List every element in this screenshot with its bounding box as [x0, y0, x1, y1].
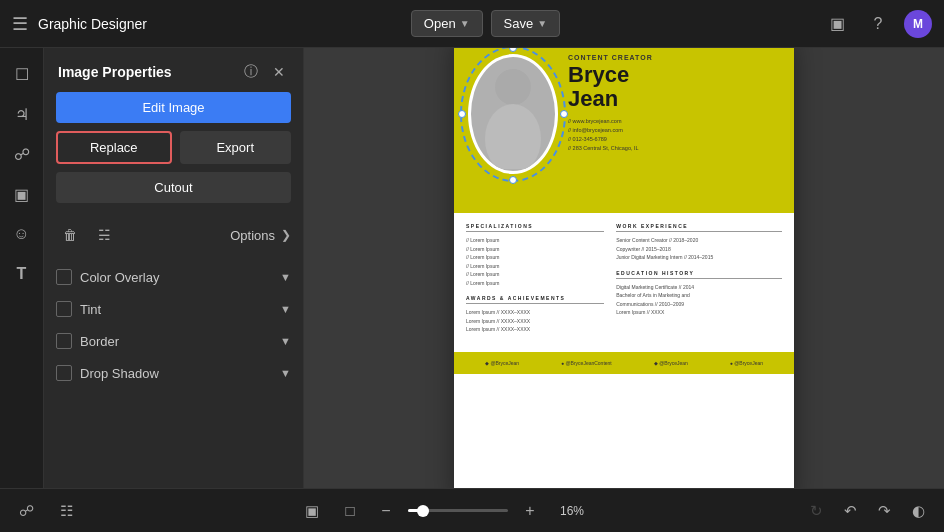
- contact-line-1: // www.brycejean.com: [568, 117, 780, 126]
- sidebar-icon-text[interactable]: T: [6, 258, 38, 290]
- resume-card: Content Creator BryceJean // www.bryceje…: [454, 48, 794, 488]
- resume-right-col: WORK EXPERIENCE Senior Content Creator /…: [616, 223, 782, 342]
- replace-export-row: Replace Export: [56, 131, 291, 164]
- contact-line-3: // 012-345-6789: [568, 135, 780, 144]
- edu-item-4: Lorem Ipsum // XXXX: [616, 308, 782, 317]
- sidebar-icon-grid[interactable]: ☐: [6, 58, 38, 90]
- app-title: Graphic Designer: [38, 16, 147, 32]
- options-toggle[interactable]: Options ❯: [230, 228, 291, 243]
- awards-section: AWARDS & ACHIEVEMENTS Lorem Ipsum // XXX…: [466, 295, 604, 334]
- work-item-2: Copywriter // 2015–2018: [616, 245, 782, 254]
- fit-icon[interactable]: ▣: [298, 497, 326, 525]
- close-icon[interactable]: ✕: [269, 62, 289, 82]
- open-button[interactable]: Open ▼: [411, 10, 483, 37]
- checkbox-tint[interactable]: [56, 301, 72, 317]
- help-icon[interactable]: ?: [864, 10, 892, 38]
- effect-row-border[interactable]: Border ▼: [44, 325, 303, 357]
- open-chevron-icon: ▼: [460, 18, 470, 29]
- effect-label-border: Border: [80, 334, 119, 349]
- work-item-3: Junior Digital Marketing Intern // 2014–…: [616, 253, 782, 262]
- history-button[interactable]: ◐: [904, 497, 932, 525]
- resume-left-col: SPECIALIZATIONS // Lorem Ipsum // Lorem …: [466, 223, 604, 342]
- trash-icon[interactable]: 🗑: [56, 221, 84, 249]
- svg-point-0: [495, 69, 531, 105]
- checkbox-drop-shadow[interactable]: [56, 365, 72, 381]
- work-item-1: Senior Content Creator // 2018–2020: [616, 236, 782, 245]
- checkbox-border[interactable]: [56, 333, 72, 349]
- resume-name: BryceJean: [568, 63, 780, 111]
- zoom-out-button[interactable]: −: [374, 499, 398, 523]
- copy-icon[interactable]: ☵: [90, 221, 118, 249]
- sidebar-icon-media[interactable]: ▣: [6, 178, 38, 210]
- layers-icon[interactable]: ☍: [12, 497, 40, 525]
- spec-item-2: // Lorem Ipsum: [466, 245, 604, 254]
- grid-icon[interactable]: ☷: [52, 497, 80, 525]
- zoom-slider-thumb: [417, 505, 429, 517]
- work-title: WORK EXPERIENCE: [616, 223, 782, 232]
- edu-item-2: Bachelor of Arts in Marketing and: [616, 291, 782, 300]
- save-button[interactable]: Save ▼: [491, 10, 561, 37]
- effect-chevron-border: ▼: [280, 335, 291, 347]
- effect-left-color-overlay: Color Overlay: [56, 269, 159, 285]
- options-label: Options: [230, 228, 275, 243]
- redo-button[interactable]: ↷: [870, 497, 898, 525]
- properties-panel: Image Properties ⓘ ✕ Edit Image Replace …: [44, 48, 304, 488]
- contact-line-4: // 283 Central St, Chicago, IL: [568, 144, 780, 153]
- bottombar-right: ↻ ↶ ↷ ◐: [802, 497, 932, 525]
- effect-left-drop-shadow: Drop Shadow: [56, 365, 159, 381]
- edit-image-button[interactable]: Edit Image: [56, 92, 291, 123]
- effect-label-color-overlay: Color Overlay: [80, 270, 159, 285]
- spec-item-6: // Lorem Ipsum: [466, 279, 604, 288]
- effect-chevron-tint: ▼: [280, 303, 291, 315]
- effect-label-drop-shadow: Drop Shadow: [80, 366, 159, 381]
- topbar: ☰ Graphic Designer Open ▼ Save ▼ ▣ ? M: [0, 0, 944, 48]
- award-item-1: Lorem Ipsum // XXXX–XXXX: [466, 308, 604, 317]
- awards-title: AWARDS & ACHIEVEMENTS: [466, 295, 604, 304]
- panel-header-icons: ⓘ ✕: [241, 62, 289, 82]
- edu-item-1: Digital Marketing Certificate // 2014: [616, 283, 782, 292]
- selection-handle-right: [560, 110, 568, 118]
- avatar[interactable]: M: [904, 10, 932, 38]
- zoom-value: 16%: [552, 504, 584, 518]
- panel-header: Image Properties ⓘ ✕: [44, 48, 303, 92]
- save-chevron-icon: ▼: [537, 18, 547, 29]
- edu-item-3: Communications // 2010–2009: [616, 300, 782, 309]
- undo-button[interactable]: ↶: [836, 497, 864, 525]
- canvas-area[interactable]: Content Creator BryceJean // www.bryceje…: [304, 48, 944, 488]
- sidebar-icon-users[interactable]: ☺: [6, 218, 38, 250]
- options-chevron-icon: ❯: [281, 228, 291, 242]
- export-button[interactable]: Export: [180, 131, 292, 164]
- sidebar-icon-layers[interactable]: ☍: [6, 138, 38, 170]
- social-bar: ◆ @BryceJean ● @BryceJeanContent ◆ @Bryc…: [454, 352, 794, 374]
- zoom-slider[interactable]: [408, 509, 508, 512]
- selection-handle-left: [458, 110, 466, 118]
- sidebar-icon-shapes[interactable]: ♃: [6, 98, 38, 130]
- cutout-button[interactable]: Cutout: [56, 172, 291, 203]
- effect-row-drop-shadow[interactable]: Drop Shadow ▼: [44, 357, 303, 389]
- menu-icon[interactable]: ☰: [12, 13, 28, 35]
- award-item-3: Lorem Ipsum // XXXX–XXXX: [466, 325, 604, 334]
- effect-row-color-overlay[interactable]: Color Overlay ▼: [44, 261, 303, 293]
- main: ☐ ♃ ☍ ▣ ☺ T Image Properties ⓘ ✕ Edit Im…: [0, 48, 944, 488]
- selection-handle-top: [509, 48, 517, 52]
- expand-icon[interactable]: □: [336, 497, 364, 525]
- options-left: 🗑 ☵: [56, 221, 118, 249]
- contact-line-2: // info@brycejean.com: [568, 126, 780, 135]
- spec-item-4: // Lorem Ipsum: [466, 262, 604, 271]
- effect-chevron-drop-shadow: ▼: [280, 367, 291, 379]
- social-ig: ● @BryceJeanContent: [561, 360, 612, 366]
- info-icon[interactable]: ⓘ: [241, 62, 261, 82]
- chat-icon[interactable]: ▣: [824, 10, 852, 38]
- replace-button[interactable]: Replace: [56, 131, 172, 164]
- effect-row-tint[interactable]: Tint ▼: [44, 293, 303, 325]
- undo-alt-button[interactable]: ↻: [802, 497, 830, 525]
- checkbox-color-overlay[interactable]: [56, 269, 72, 285]
- specializations-title: SPECIALIZATIONS: [466, 223, 604, 232]
- person-silhouette: [473, 59, 553, 169]
- zoom-in-button[interactable]: +: [518, 499, 542, 523]
- spec-item-1: // Lorem Ipsum: [466, 236, 604, 245]
- resume-role: Content Creator: [568, 54, 780, 61]
- work-section: WORK EXPERIENCE Senior Content Creator /…: [616, 223, 782, 262]
- spec-item-5: // Lorem Ipsum: [466, 270, 604, 279]
- resume-photo: [468, 54, 558, 174]
